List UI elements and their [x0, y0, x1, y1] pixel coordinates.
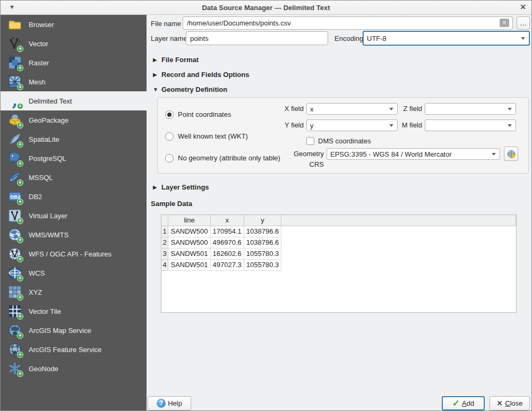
- sidebar-item-label: DB2: [29, 193, 42, 201]
- y-field-combobox[interactable]: y: [306, 119, 398, 131]
- sidebar-item-label: Raster: [29, 59, 49, 67]
- db2-icon: DB2 +: [7, 189, 22, 204]
- cell-line[interactable]: SANDW501: [168, 248, 210, 259]
- geometry-crs-label: Geometry CRS: [279, 149, 324, 159]
- dms-coordinates-checkbox[interactable]: [306, 137, 314, 145]
- mssql-icon: +: [7, 170, 22, 185]
- column-header-y[interactable]: y: [244, 215, 281, 226]
- vector-icon: +: [7, 36, 22, 51]
- cell-x[interactable]: 170954.1: [210, 226, 244, 237]
- select-crs-button[interactable]: [504, 147, 518, 161]
- x-field-value: x: [310, 105, 314, 113]
- sidebar-item-browser[interactable]: Browser: [1, 15, 147, 34]
- cell-x[interactable]: 496970.6: [210, 237, 244, 248]
- cell-y[interactable]: 1038796.6: [244, 237, 281, 248]
- sidebar-item-geopackage[interactable]: + GeoPackage: [1, 110, 147, 130]
- collapsed-arrow-icon[interactable]: ▶: [153, 57, 161, 63]
- cell-y[interactable]: 1055780.3: [244, 248, 281, 259]
- expanded-arrow-icon[interactable]: ▼: [153, 87, 161, 92]
- sidebar-item-delimited-text[interactable]: , + Delimited Text: [1, 91, 147, 110]
- file-name-label: File name: [151, 17, 181, 30]
- close-button-label: Close: [505, 399, 522, 407]
- checkmark-icon: ✓: [452, 398, 460, 409]
- close-button[interactable]: ✕ Close: [490, 396, 530, 410]
- sidebar-item-xyz[interactable]: + XYZ: [1, 282, 147, 302]
- sidebar-item-virtual-layer[interactable]: + Virtual Layer: [1, 206, 147, 225]
- sidebar-item-arcgis-map-service[interactable]: + ArcGIS Map Service: [1, 321, 147, 340]
- add-badge-icon: +: [17, 218, 23, 224]
- y-field-value: y: [310, 122, 314, 130]
- delimited-text-comma-icon: , +: [7, 93, 22, 108]
- mesh-icon: +: [7, 74, 22, 89]
- column-header-line[interactable]: line: [168, 215, 210, 226]
- table-header-row: line x y: [161, 215, 516, 226]
- z-field-combobox[interactable]: [425, 103, 516, 115]
- row-number[interactable]: 4: [161, 259, 168, 270]
- titlebar[interactable]: ▼ Data Source Manager — Delimited Text ✕: [1, 1, 531, 15]
- sidebar-item-label: GeoNode: [29, 365, 58, 373]
- sidebar-item-mesh[interactable]: + Mesh: [1, 72, 147, 91]
- sidebar-item-mssql[interactable]: + MSSQL: [1, 168, 147, 187]
- clear-filename-icon[interactable]: ✕: [500, 19, 509, 27]
- browse-file-button[interactable]: …: [517, 16, 530, 30]
- sidebar-item-label: Browser: [29, 21, 54, 29]
- file-name-input[interactable]: [183, 16, 513, 30]
- close-x-icon: ✕: [496, 399, 502, 407]
- encoding-combobox[interactable]: UTF-8: [363, 31, 530, 46]
- section-file-format[interactable]: ▶ File Format: [153, 54, 199, 65]
- row-number[interactable]: 2: [161, 237, 168, 248]
- no-geometry-radio[interactable]: [165, 154, 174, 162]
- sidebar-item-label: Vector: [29, 40, 48, 48]
- section-geometry-definition[interactable]: ▼ Geometry Definition: [153, 84, 227, 95]
- encoding-label: Encoding: [334, 32, 363, 45]
- sidebar-item-vector[interactable]: + Vector: [1, 34, 147, 53]
- window-close-icon[interactable]: ✕: [520, 3, 526, 11]
- cell-x[interactable]: 497027.3: [210, 259, 244, 270]
- arcgis-feature-service-icon: +: [7, 342, 22, 357]
- collapsed-arrow-icon[interactable]: ▶: [153, 184, 161, 190]
- chevron-down-icon: [492, 153, 496, 156]
- virtual-layer-icon: +: [7, 208, 22, 223]
- sidebar-item-arcgis-feature-service[interactable]: + ArcGIS Feature Service: [1, 340, 147, 359]
- cell-line[interactable]: SANDW500: [168, 226, 210, 237]
- help-button[interactable]: ? Help: [148, 396, 191, 410]
- section-record-fields-options[interactable]: ▶ Record and Fields Options: [153, 69, 249, 80]
- sidebar-item-wfs-ogc-api-features[interactable]: + WFS / OGC API - Features: [1, 244, 147, 263]
- sidebar-item-spatialite[interactable]: + SpatiaLite: [1, 130, 147, 149]
- sidebar-item-db2[interactable]: DB2 + DB2: [1, 187, 147, 206]
- section-layer-settings[interactable]: ▶ Layer Settings: [153, 182, 209, 192]
- sidebar-item-vector-tile[interactable]: + Vector Tile: [1, 302, 147, 321]
- sidebar-item-postgresql[interactable]: + PostgreSQL: [1, 149, 147, 168]
- layer-name-input[interactable]: [186, 31, 328, 45]
- geometry-crs-combobox[interactable]: EPSG:3395 - WGS 84 / World Mercator: [327, 148, 500, 160]
- sidebar-item-label: WFS / OGC API - Features: [29, 250, 111, 258]
- cell-y[interactable]: 1038796.6: [244, 226, 281, 237]
- m-field-combobox[interactable]: [425, 119, 516, 131]
- cell-y[interactable]: 1055780.3: [244, 259, 281, 270]
- geopackage-icon: +: [7, 113, 22, 127]
- cell-x[interactable]: 162602.6: [210, 248, 244, 259]
- crs-globe-icon: [507, 149, 516, 159]
- sidebar-item-label: PostgreSQL: [29, 155, 66, 162]
- add-button[interactable]: ✓ Add: [442, 396, 485, 410]
- cell-line[interactable]: SANDW501: [168, 259, 210, 270]
- wkt-radio[interactable]: [165, 132, 174, 141]
- chevron-down-icon: [389, 124, 393, 127]
- sidebar-item-wms-wmts[interactable]: + WMS/WMTS: [1, 225, 147, 244]
- sidebar-item-label: WCS: [29, 269, 45, 277]
- collapsed-arrow-icon[interactable]: ▶: [153, 72, 161, 78]
- row-number[interactable]: 3: [161, 248, 168, 259]
- x-field-combobox[interactable]: x: [306, 103, 398, 115]
- table-row: 2 SANDW500 496970.6 1038796.6: [161, 237, 516, 248]
- no-geometry-label: No geometry (attribute only table): [178, 153, 280, 164]
- sidebar-item-geonode[interactable]: + GeoNode: [1, 359, 147, 378]
- row-number[interactable]: 1: [161, 226, 168, 237]
- point-coordinates-label: Point coordinates: [178, 109, 231, 120]
- sidebar-item-raster[interactable]: + Raster: [1, 53, 147, 72]
- sidebar-item-wcs[interactable]: + WCS: [1, 263, 147, 282]
- cell-line[interactable]: SANDW500: [168, 237, 210, 248]
- point-coordinates-radio[interactable]: [165, 110, 174, 119]
- column-header-x[interactable]: x: [210, 215, 244, 226]
- window-menu-icon[interactable]: ▼: [9, 4, 15, 10]
- sample-data-table[interactable]: line x y 1 SANDW500 170954.1 1038796.6 2…: [161, 215, 517, 313]
